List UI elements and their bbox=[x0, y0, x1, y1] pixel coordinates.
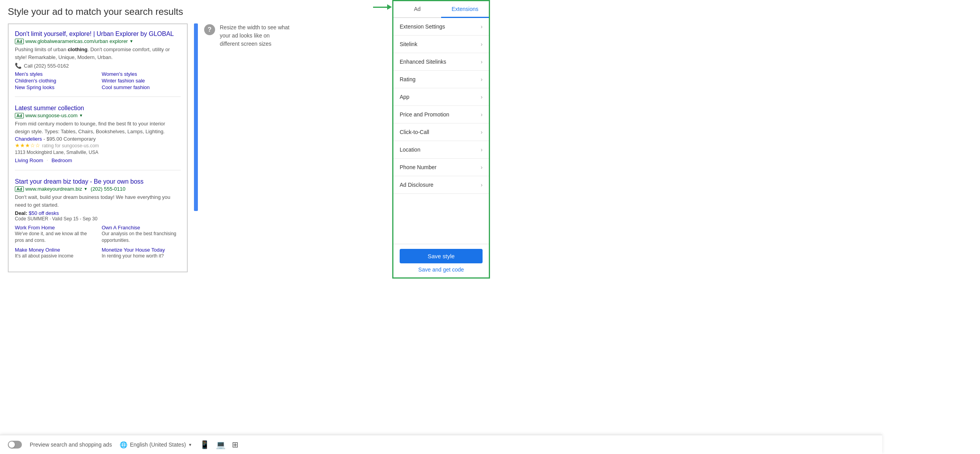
ad1-description: Pushing limits of urban clothing. Don't … bbox=[15, 46, 181, 61]
right-sidebar: Ad Extensions Extension Settings › Sitel… bbox=[392, 0, 490, 279]
sitelink-summer[interactable]: Cool summer fashion bbox=[102, 84, 181, 90]
ad2-description: From mid century modern to lounge, find … bbox=[15, 120, 181, 135]
ad2-nav-bedroom[interactable]: Bedroom bbox=[52, 157, 72, 163]
resize-handle[interactable] bbox=[194, 23, 198, 211]
sitelink-mens[interactable]: Men's styles bbox=[15, 71, 94, 77]
ad-item-3: Start your dream biz today - Be your own… bbox=[15, 178, 181, 265]
sidebar-item-click-to-call[interactable]: Click-to-Call › bbox=[393, 123, 489, 141]
sidebar-item-enhanced-sitelinks[interactable]: Enhanced Sitelinks › bbox=[393, 53, 489, 71]
sidebar-item-phone-number[interactable]: Phone Number › bbox=[393, 159, 489, 176]
chevron-right-icon: › bbox=[481, 111, 483, 118]
ad-preview-box: Don't limit yourself, explore! | Urban E… bbox=[8, 23, 188, 272]
chevron-right-icon: › bbox=[481, 182, 483, 188]
tab-ad[interactable]: Ad bbox=[393, 1, 441, 18]
chevron-right-icon: › bbox=[481, 94, 483, 100]
ad3-deal-row: Deal: $50 off desks bbox=[15, 210, 181, 216]
ad2-product-row: Chandeliers - $95.00 Contemporary bbox=[15, 136, 181, 142]
sidebar-item-extension-settings[interactable]: Extension Settings › bbox=[393, 18, 489, 36]
ad3-sitelink-3: Make Money Online It's all about passive… bbox=[15, 247, 94, 259]
sitelink-spring[interactable]: New Spring looks bbox=[15, 84, 94, 90]
ad2-rating-row: ★★★☆☆ rating for sungoose-us.com bbox=[15, 142, 181, 149]
sitelink-childrens[interactable]: Children's clothing bbox=[15, 78, 94, 84]
chevron-right-icon: › bbox=[481, 41, 483, 47]
ad3-code-row: Code SUMMER · Valid Sep 15 - Sep 30 bbox=[15, 216, 181, 222]
sidebar-item-label: Click-to-Call bbox=[400, 129, 429, 135]
ad2-nav-livingroom[interactable]: Living Room bbox=[15, 157, 43, 163]
ad2-location: 1313 Mockingbird Lane, Smallville, USA bbox=[15, 150, 181, 155]
sidebar-item-label: Enhanced Sitelinks bbox=[400, 59, 446, 65]
ad2-badge: Ad bbox=[15, 113, 24, 118]
ad-item-1: Don't limit yourself, explore! | Urban E… bbox=[15, 30, 181, 97]
ad2-title[interactable]: Latest summer collection bbox=[15, 105, 181, 112]
sidebar-item-location[interactable]: Location › bbox=[393, 141, 489, 159]
ad3-sitelink-1-title[interactable]: Work From Home bbox=[15, 225, 94, 231]
sidebar-item-app[interactable]: App › bbox=[393, 88, 489, 106]
tab-extensions[interactable]: Extensions bbox=[441, 1, 489, 18]
ad3-sitelink-3-desc: It's all about passive income bbox=[15, 253, 94, 259]
ad3-description: Don't wait, build your dream business to… bbox=[15, 193, 181, 209]
info-text: Resize the width to see what your ad loo… bbox=[220, 23, 290, 48]
chevron-right-icon: › bbox=[481, 59, 483, 65]
save-style-button[interactable]: Save style bbox=[400, 249, 483, 263]
ad3-sitelink-2-desc: Our analysis on the best franchising opp… bbox=[102, 231, 181, 244]
chevron-right-icon: › bbox=[481, 76, 483, 82]
ad1-url: www.globalwearamericas.com/urban explore… bbox=[25, 38, 128, 44]
ad1-url-row: Ad www.globalwearamericas.com/urban expl… bbox=[15, 38, 181, 44]
ad3-title[interactable]: Start your dream biz today - Be your own… bbox=[15, 178, 181, 185]
ad3-sitelink-1: Work From Home We've done it, and we kno… bbox=[15, 225, 94, 244]
sidebar-item-label: Sitelink bbox=[400, 41, 417, 47]
ad3-badge: Ad bbox=[15, 186, 24, 192]
ad3-deal-link[interactable]: $50 off desks bbox=[29, 210, 59, 216]
ad3-deal-label: Deal: bbox=[15, 210, 27, 216]
ad3-sitelink-3-title[interactable]: Make Money Online bbox=[15, 247, 94, 253]
sidebar-item-ad-disclosure[interactable]: Ad Disclosure › bbox=[393, 176, 489, 194]
ad2-dropdown-icon: ▼ bbox=[79, 113, 83, 118]
ad3-sitelink-4-title[interactable]: Monetize Your House Today bbox=[102, 247, 181, 253]
sidebar-item-label: App bbox=[400, 94, 409, 100]
sidebar-item-label: Ad Disclosure bbox=[400, 182, 433, 188]
chevron-right-icon: › bbox=[481, 164, 483, 170]
chevron-right-icon: › bbox=[481, 23, 483, 30]
sidebar-item-label: Price and Promotion bbox=[400, 111, 449, 118]
ad3-sitelink-1-desc: We've done it, and we know all the pros … bbox=[15, 231, 94, 244]
ad2-url-row: Ad www.sungoose-us.com ▼ bbox=[15, 113, 181, 118]
sidebar-item-label: Extension Settings bbox=[400, 23, 445, 30]
sidebar-item-label: Location bbox=[400, 147, 420, 153]
sidebar-items-list: Extension Settings › Sitelink › Enhanced… bbox=[393, 18, 489, 244]
sitelink-winter[interactable]: Winter fashion sale bbox=[102, 78, 181, 84]
page-title: Style your ad to match your search resul… bbox=[8, 6, 384, 17]
sidebar-item-sitelink[interactable]: Sitelink › bbox=[393, 36, 489, 53]
ad2-product-link[interactable]: Chandeliers bbox=[15, 136, 42, 142]
chevron-right-icon: › bbox=[481, 129, 483, 135]
info-icon: ? bbox=[204, 24, 215, 35]
ad2-url: www.sungoose-us.com bbox=[25, 113, 78, 118]
ad3-sitelink-2-title[interactable]: Own A Franchise bbox=[102, 225, 181, 231]
sidebar-item-label: Phone Number bbox=[400, 164, 436, 170]
ad2-rating-text: rating for sungoose-us.com bbox=[42, 143, 99, 148]
ad-item-2: Latest summer collection Ad www.sungoose… bbox=[15, 105, 181, 170]
sitelink-womens[interactable]: Women's styles bbox=[102, 71, 181, 77]
info-icon-row: ? Resize the width to see what your ad l… bbox=[204, 23, 290, 48]
ad1-phone-row: 📞 Call (202) 555-0162 bbox=[15, 63, 181, 69]
ad2-stars: ★★★☆☆ bbox=[15, 142, 40, 148]
phone-icon: 📞 bbox=[15, 63, 22, 69]
ad1-badge: Ad bbox=[15, 39, 24, 44]
sidebar-item-price-and-promotion[interactable]: Price and Promotion › bbox=[393, 106, 489, 123]
ad3-sitelink-2: Own A Franchise Our analysis on the best… bbox=[102, 225, 181, 244]
sidebar-actions: Save style Save and get code bbox=[393, 244, 489, 277]
ad1-sitelinks: Men's styles Women's styles Children's c… bbox=[15, 71, 181, 90]
info-area: ? Resize the width to see what your ad l… bbox=[204, 23, 384, 48]
ad1-dropdown-icon: ▼ bbox=[129, 39, 133, 43]
save-code-link[interactable]: Save and get code bbox=[400, 266, 483, 273]
ad3-sitelink-4: Monetize Your House Today In renting you… bbox=[102, 247, 181, 259]
ad3-url-row: Ad www.makeyourdream.biz ▼ (202) 555-011… bbox=[15, 186, 181, 192]
ad3-phone-url: (202) 555-0110 bbox=[91, 186, 126, 192]
sidebar-tabs: Ad Extensions bbox=[393, 1, 489, 18]
sidebar-item-label: Rating bbox=[400, 76, 415, 82]
sidebar-item-rating[interactable]: Rating › bbox=[393, 71, 489, 88]
ad3-sitelinks-2col: Work From Home We've done it, and we kno… bbox=[15, 225, 181, 259]
ad3-url: www.makeyourdream.biz bbox=[25, 186, 82, 192]
ad1-title[interactable]: Don't limit yourself, explore! | Urban E… bbox=[15, 30, 181, 38]
ad3-sitelink-4-desc: In renting your home worth it? bbox=[102, 253, 181, 259]
ad-preview-container: Don't limit yourself, explore! | Urban E… bbox=[8, 23, 384, 272]
